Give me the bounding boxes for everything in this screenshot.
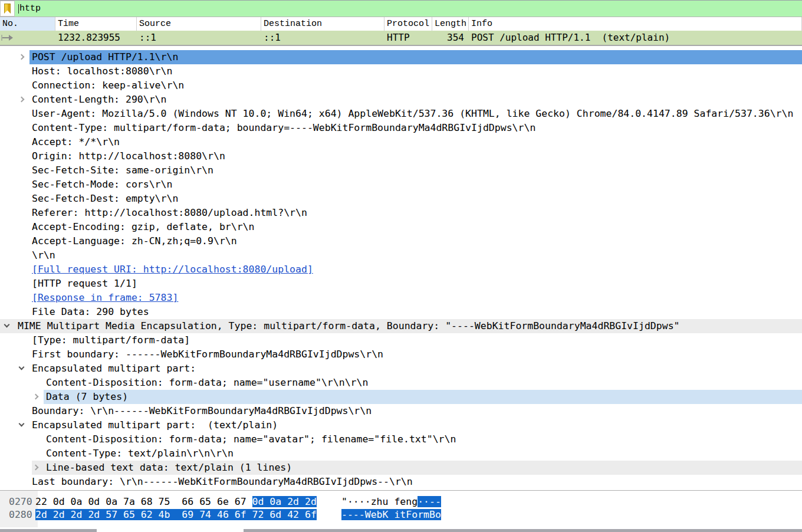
selected-bytes-highlight: 2d 2d 2d 2d 57 65 62 4b 69 74 46 6f 72 6… — [35, 509, 317, 520]
expand-chevron-icon[interactable] — [19, 54, 25, 60]
field-text: Content-Disposition: form-data; name="av… — [46, 432, 456, 446]
packet-detail-row[interactable]: File Data: 290 bytes — [0, 305, 802, 319]
hex-offset: 0270 — [9, 495, 32, 508]
packet-detail-row[interactable]: Boundary: \r\n------WebKitFormBoundaryMa… — [0, 404, 802, 418]
field-text: Encapsulated multipart part: (text/plain… — [32, 418, 278, 432]
packet-detail-row[interactable]: Content-Length: 290\r\n — [0, 93, 802, 107]
packet-cell-no: 5615 — [0, 31, 55, 45]
field-text: User-Agent: Mozilla/5.0 (Windows NT 10.0… — [32, 107, 793, 121]
packet-detail-row[interactable]: Content-Type: multipart/form-data; bound… — [0, 121, 802, 135]
filter-bookmark-button[interactable] — [0, 1, 15, 17]
hex-dump-row[interactable]: 027022 0d 0a 0d 0a 7a 68 75 66 65 6e 67 … — [0, 495, 802, 508]
packet-detail-row[interactable]: Content-Disposition: form-data; name="us… — [0, 376, 802, 390]
related-packet-arrow-icon — [2, 37, 9, 38]
column-header-source[interactable]: Source — [137, 17, 261, 31]
field-text: Sec-Fetch-Mode: cors\r\n — [32, 178, 172, 192]
selected-bytes-highlight: ··-- — [418, 496, 441, 507]
field-text: Accept-Encoding: gzip, deflate, br\r\n — [32, 220, 255, 234]
packet-detail-row[interactable]: POST /upload HTTP/1.1\r\n — [0, 50, 802, 64]
packet-cell-time: 1232.823955 — [55, 31, 137, 45]
field-text: Sec-Fetch-Dest: empty\r\n — [32, 192, 178, 206]
packet-cell-destination: ::1 — [261, 31, 384, 45]
hex-dump-row[interactable]: 02802d 2d 2d 2d 57 65 62 4b 69 74 46 6f … — [0, 508, 802, 521]
packet-detail-row[interactable]: Accept-Language: zh-CN,zh;q=0.9\r\n — [0, 234, 802, 248]
field-text: [HTTP request 1/1] — [32, 277, 137, 291]
packet-detail-row[interactable]: Line-based text data: text/plain (1 line… — [0, 461, 802, 475]
selected-bytes-highlight: 0d 0a 2d 2d — [252, 496, 317, 507]
packet-detail-row[interactable]: Encapsulated multipart part: (text/plain… — [0, 418, 802, 432]
packet-detail-row[interactable]: Content-Disposition: form-data; name="av… — [0, 432, 802, 446]
field-text: Host: localhost:8080\r\n — [32, 64, 172, 78]
column-header-length[interactable]: Length — [432, 17, 469, 31]
packet-detail-row[interactable]: Last boundary: \r\n------WebKitFormBound… — [0, 475, 802, 489]
expand-chevron-icon[interactable] — [33, 394, 39, 400]
packet-detail-row[interactable]: Encapsulated multipart part: — [0, 362, 802, 376]
packet-detail-row[interactable]: MIME Multipart Media Encapsulation, Type… — [0, 319, 802, 333]
field-text: MIME Multipart Media Encapsulation, Type… — [18, 319, 680, 333]
packet-cell-length: 354 — [432, 31, 469, 45]
field-text: Last boundary: \r\n------WebKitFormBound… — [32, 475, 413, 489]
hex-offset: 0280 — [9, 508, 32, 521]
packet-bytes-pane: 027022 0d 0a 0d 0a 7a 68 75 66 65 6e 67 … — [0, 491, 802, 528]
column-header-destination[interactable]: Destination — [261, 17, 384, 31]
packet-detail-row[interactable]: [Type: multipart/form-data] — [0, 333, 802, 347]
packet-row[interactable]: 5615 1232.823955 ::1 ::1 HTTP 354 POST /… — [0, 31, 802, 45]
packet-detail-row[interactable]: Content-Type: text/plain\r\n\r\n — [0, 446, 802, 461]
field-text: Boundary: \r\n------WebKitFormBoundaryMa… — [32, 404, 372, 418]
selected-bytes-highlight: ----WebK itFormBo — [341, 509, 441, 520]
packet-cell-protocol: HTTP — [384, 31, 432, 45]
column-header-protocol[interactable]: Protocol — [384, 17, 432, 31]
display-filter-bar: http — [0, 0, 802, 17]
field-link[interactable]: [Response in frame: 5783] — [32, 291, 178, 305]
field-text: Referer: http://localhost:8080/upload.ht… — [32, 206, 307, 220]
packet-cell-info: POST /upload HTTP/1.1 (text/plain) — [469, 31, 802, 45]
packet-detail-row[interactable]: First boundary: ------WebKitFormBoundary… — [0, 347, 802, 362]
ascii-bytes[interactable]: ----WebK itFormBo — [341, 508, 441, 521]
packet-detail-row[interactable]: Origin: http://localhost:8080\r\n — [0, 149, 802, 163]
field-text: \r\n — [32, 248, 55, 262]
packet-list-header: No. Time Source Destination Protocol Len… — [0, 17, 802, 31]
column-header-no[interactable]: No. — [0, 17, 55, 31]
field-text: Accept-Language: zh-CN,zh;q=0.9\r\n — [32, 234, 237, 248]
packet-detail-row[interactable]: Sec-Fetch-Dest: empty\r\n — [0, 192, 802, 206]
column-header-info[interactable]: Info — [469, 17, 802, 31]
packet-detail-row[interactable]: [HTTP request 1/1] — [0, 277, 802, 291]
field-text: [Type: multipart/form-data] — [32, 333, 190, 347]
packet-detail-row[interactable]: Sec-Fetch-Mode: cors\r\n — [0, 178, 802, 192]
field-text: Encapsulated multipart part: — [32, 362, 202, 376]
statusbar-fragment — [244, 529, 802, 532]
packet-detail-pane: POST /upload HTTP/1.1\r\nHost: localhost… — [0, 46, 802, 491]
collapse-chevron-icon[interactable] — [19, 364, 25, 370]
filter-value: http — [19, 4, 41, 14]
inactive-selection-highlight — [44, 390, 802, 404]
expand-chevron-icon[interactable] — [19, 97, 25, 103]
field-text: Origin: http://localhost:8080\r\n — [32, 149, 225, 163]
packet-detail-row[interactable]: Accept: */*\r\n — [0, 135, 802, 149]
bookmark-icon — [4, 4, 11, 14]
field-text: Content-Disposition: form-data; name="us… — [46, 376, 368, 390]
packet-detail-row[interactable]: [Full request URI: http://localhost:8080… — [0, 262, 802, 277]
packet-detail-row[interactable]: Data (7 bytes) — [0, 390, 802, 404]
packet-list: No. Time Source Destination Protocol Len… — [0, 17, 802, 46]
packet-detail-row[interactable]: Host: localhost:8080\r\n — [0, 64, 802, 78]
field-text: Connection: keep-alive\r\n — [32, 78, 184, 93]
packet-detail-row[interactable]: User-Agent: Mozilla/5.0 (Windows NT 10.0… — [0, 107, 802, 121]
ascii-bytes[interactable]: "····zhu feng··-- — [341, 495, 441, 508]
field-text: First boundary: ------WebKitFormBoundary… — [32, 347, 383, 362]
field-text: Content-Type: multipart/form-data; bound… — [32, 121, 535, 135]
hex-bytes[interactable]: 22 0d 0a 0d 0a 7a 68 75 66 65 6e 67 0d 0… — [35, 495, 317, 508]
filter-input[interactable]: http — [15, 1, 802, 17]
packet-detail-row[interactable]: [Response in frame: 5783] — [0, 291, 802, 305]
packet-detail-row[interactable]: Sec-Fetch-Site: same-origin\r\n — [0, 163, 802, 178]
packet-detail-row[interactable]: Connection: keep-alive\r\n — [0, 78, 802, 93]
hex-bytes[interactable]: 2d 2d 2d 2d 57 65 62 4b 69 74 46 6f 72 6… — [35, 508, 317, 521]
wireshark-window: http No. Time Source Destination Protoco… — [0, 0, 802, 532]
field-link[interactable]: [Full request URI: http://localhost:8080… — [32, 262, 313, 277]
field-text: Content-Length: 290\r\n — [32, 93, 166, 107]
field-text: Data (7 bytes) — [46, 390, 128, 404]
packet-detail-row[interactable]: \r\n — [0, 248, 802, 262]
packet-detail-row[interactable]: Referer: http://localhost:8080/upload.ht… — [0, 206, 802, 220]
packet-detail-row[interactable]: Accept-Encoding: gzip, deflate, br\r\n — [0, 220, 802, 234]
collapse-chevron-icon[interactable] — [19, 421, 25, 427]
column-header-time[interactable]: Time — [55, 17, 137, 31]
